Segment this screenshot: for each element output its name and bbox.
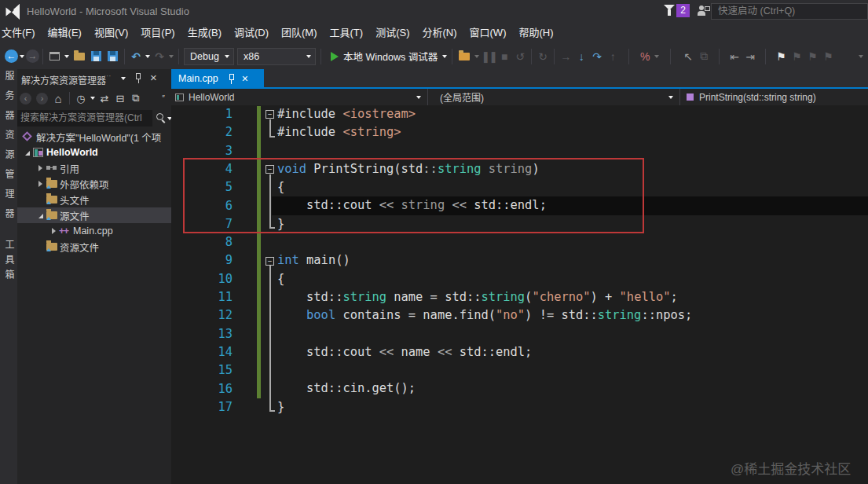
code-line-10: { xyxy=(277,270,692,288)
solution-explorer-search-input[interactable]: 搜索解决方案资源管理器(Ctrl xyxy=(17,110,152,126)
navigate-forward-button[interactable]: → xyxy=(26,47,39,66)
save-all-button[interactable] xyxy=(104,47,121,66)
se-forward-button[interactable]: › xyxy=(36,93,48,104)
tree-item-label: 引用 xyxy=(60,161,79,176)
new-project-dropdown[interactable] xyxy=(64,55,69,58)
menu-调试(D)[interactable]: 调试(D) xyxy=(228,22,275,43)
pending-changes-filter-icon[interactable]: ◷ xyxy=(73,93,89,104)
pin-panel-icon[interactable] xyxy=(134,73,142,83)
menu-测试(S)[interactable]: 测试(S) xyxy=(369,22,416,43)
se-back-button[interactable]: ‹ xyxy=(20,93,31,104)
step-into-button[interactable]: ↓ xyxy=(573,47,589,66)
tree-item-Main.cpp[interactable]: ++Main.cpp xyxy=(17,223,171,239)
navigate-back-dropdown[interactable] xyxy=(20,55,24,58)
tab-main-cpp[interactable]: Main.cpp × xyxy=(171,69,264,87)
start-debugging-button[interactable]: 本地 Windows 调试器 xyxy=(324,47,449,66)
solution-platforms-combo[interactable]: x86 xyxy=(237,48,316,65)
undo-dropdown[interactable] xyxy=(145,55,150,58)
menu-窗口(W)[interactable]: 窗口(W) xyxy=(463,22,513,43)
home-icon[interactable]: ⌂ xyxy=(50,92,66,105)
tab-pin-icon[interactable] xyxy=(228,74,236,83)
next-bookmark-button[interactable]: ⚑ xyxy=(804,47,820,66)
undo-button[interactable]: ↶ xyxy=(128,47,144,66)
properties-icon[interactable]: ⧉ xyxy=(128,92,144,104)
tab-close-icon[interactable]: × xyxy=(242,72,248,85)
tree-expand-arrow[interactable] xyxy=(35,178,46,189)
show-next-statement-button[interactable]: → xyxy=(558,47,573,66)
step-out-button[interactable]: ↑ xyxy=(605,47,621,66)
stop-button[interactable]: ■ xyxy=(496,47,512,66)
sync-with-active-document-icon[interactable]: ⇄ xyxy=(97,93,112,104)
quick-launch-search[interactable]: 快速启动 (Ctrl+Q) xyxy=(711,3,868,20)
scope-dropdown[interactable]: (全局范围) xyxy=(428,89,680,105)
copy-button[interactable]: ⧉ xyxy=(696,47,712,66)
collapse-all-icon[interactable]: ⊟ xyxy=(112,93,128,104)
pause-button[interactable]: ❚❚ xyxy=(481,47,496,66)
menu-项目(P)[interactable]: 项目(P) xyxy=(134,22,181,43)
menu-帮助(H)[interactable]: 帮助(H) xyxy=(512,22,559,43)
tree-item-label: 源文件 xyxy=(60,208,90,223)
increase-indent-button[interactable]: ⇥ xyxy=(742,47,758,66)
prev-bookmark-button[interactable]: ⚑ xyxy=(789,47,804,66)
attach-to-process-button[interactable] xyxy=(456,47,473,66)
menu-视图(V)[interactable]: 视图(V) xyxy=(88,22,134,43)
notification-count-badge[interactable]: 2 xyxy=(676,4,690,17)
project-icon xyxy=(32,146,46,159)
tree-item-解决方案"HelloWorld"(1 个项[interactable]: 解决方案"HelloWorld"(1 个项 xyxy=(17,129,171,145)
notifications-funnel-icon[interactable] xyxy=(664,5,675,16)
tree-item-头文件[interactable]: 头文件 xyxy=(17,192,171,207)
tree-expand-arrow[interactable] xyxy=(49,226,59,236)
save-button[interactable] xyxy=(88,47,104,66)
panel-menu-dropdown[interactable] xyxy=(121,77,126,80)
menu-编辑(E)[interactable]: 编辑(E) xyxy=(42,22,88,43)
collapse-region-box[interactable]: − xyxy=(266,257,274,266)
tree-item-label: 外部依赖项 xyxy=(60,177,109,192)
hex-display-button[interactable]: % xyxy=(637,47,653,66)
feedback-icon[interactable] xyxy=(698,5,710,17)
menu-文件(F)[interactable]: 文件(F) xyxy=(0,22,42,43)
member-dropdown[interactable]: PrintString(std::string string) xyxy=(680,89,868,105)
solution-configurations-combo[interactable]: Debug xyxy=(184,48,234,65)
search-icon[interactable] xyxy=(156,112,167,123)
tree-item-外部依赖项[interactable]: 外部依赖项 xyxy=(17,176,171,192)
code-line-13 xyxy=(277,325,692,343)
se-overflow-icon[interactable]: ″ xyxy=(156,94,171,103)
navigate-back-button[interactable]: ← xyxy=(5,47,18,66)
play-icon xyxy=(331,52,339,61)
project-dropdown[interactable]: HelloWorld xyxy=(171,89,428,105)
decrease-indent-button[interactable]: ⇤ xyxy=(727,47,742,66)
editor-pane: Main.cpp × HelloWorld (全局范围) PrintString… xyxy=(171,69,868,484)
bookmark-button[interactable]: ⚑ xyxy=(773,47,789,66)
code-line-17: } xyxy=(277,398,692,416)
tree-item-源文件[interactable]: 源文件 xyxy=(17,207,171,223)
code-line-9: int main() xyxy=(277,251,692,270)
tree-item-引用[interactable]: 引用 xyxy=(17,160,171,176)
refresh-button[interactable]: ↻ xyxy=(535,47,551,66)
window-title: HelloWorld - Microsoft Visual Studio xyxy=(27,6,189,17)
collapse-region-box[interactable]: − xyxy=(266,110,274,119)
redo-dropdown[interactable] xyxy=(169,55,174,58)
tree-expand-arrow[interactable] xyxy=(35,210,46,221)
tree-expand-arrow[interactable] xyxy=(22,147,32,158)
tree-item-HelloWorld[interactable]: HelloWorld xyxy=(17,145,171,160)
restart-button[interactable]: ↺ xyxy=(512,47,528,66)
close-panel-icon[interactable]: × xyxy=(150,71,157,84)
tree-item-资源文件[interactable]: 资源文件 xyxy=(17,239,171,255)
new-project-button[interactable] xyxy=(46,47,63,66)
menu-工具(T)[interactable]: 工具(T) xyxy=(324,22,370,43)
selection-button[interactable]: ↖ xyxy=(680,47,696,66)
solution-explorer-toolbar: ‹ › ⌂ ◷ ⇄ ⊟ ⧉ ″ xyxy=(17,88,171,108)
side-tab-toolbox[interactable]: 工具箱 xyxy=(2,240,16,284)
tree-expand-arrow[interactable] xyxy=(35,163,46,174)
menu-团队(M)[interactable]: 团队(M) xyxy=(275,22,324,43)
clear-bookmarks-button[interactable]: ⚑ xyxy=(820,47,836,66)
ref-icon xyxy=(46,162,60,174)
code-editor[interactable]: 1234567891011121314151617 −−− #include <… xyxy=(171,105,868,484)
open-file-button[interactable] xyxy=(71,47,88,66)
code-text: #include <iostream>#include <string>void… xyxy=(277,105,692,416)
step-over-button[interactable]: ↷ xyxy=(589,47,605,66)
menu-分析(N)[interactable]: 分析(N) xyxy=(416,22,463,43)
menu-生成(B)[interactable]: 生成(B) xyxy=(181,22,228,43)
side-tab-server-explorer[interactable]: 服务器资源管理器 xyxy=(2,71,16,228)
redo-button[interactable]: ↷ xyxy=(152,47,167,66)
